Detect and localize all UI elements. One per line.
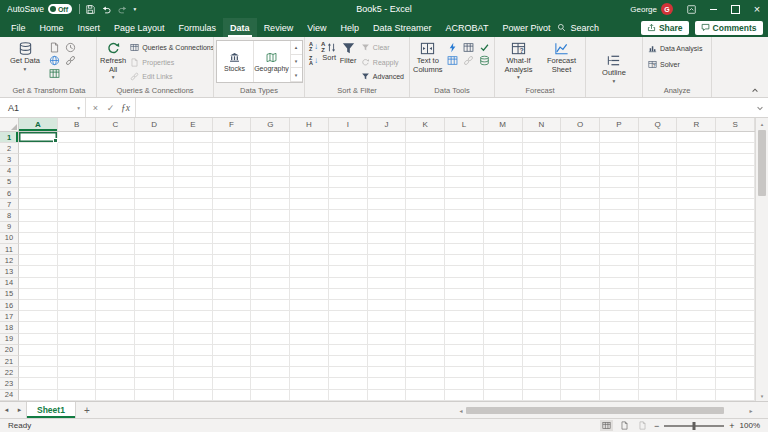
cell-D22[interactable]	[135, 367, 174, 378]
row-header-13[interactable]: 13	[0, 266, 19, 277]
cell-H16[interactable]	[290, 300, 329, 311]
cell-Q11[interactable]	[639, 244, 678, 255]
cell-J4[interactable]	[368, 166, 407, 177]
cell-Q6[interactable]	[639, 188, 678, 199]
cell-R14[interactable]	[677, 278, 716, 289]
cell-J19[interactable]	[368, 334, 407, 345]
row-header-5[interactable]: 5	[0, 177, 19, 188]
cell-E1[interactable]	[174, 132, 213, 143]
cell-K16[interactable]	[406, 300, 445, 311]
cell-S20[interactable]	[716, 345, 755, 356]
cell-C22[interactable]	[96, 367, 135, 378]
cell-G24[interactable]	[251, 390, 290, 401]
cell-A20[interactable]	[19, 345, 58, 356]
cell-M3[interactable]	[484, 154, 523, 165]
cell-I1[interactable]	[329, 132, 368, 143]
cell-K9[interactable]	[406, 222, 445, 233]
cell-I9[interactable]	[329, 222, 368, 233]
cell-P24[interactable]	[600, 390, 639, 401]
cell-F24[interactable]	[213, 390, 252, 401]
zoom-out-button[interactable]: −	[654, 421, 659, 431]
row-header-21[interactable]: 21	[0, 356, 19, 367]
get-data-button[interactable]: Get Data ▾	[5, 39, 45, 84]
cell-J24[interactable]	[368, 390, 407, 401]
cell-D1[interactable]	[135, 132, 174, 143]
cell-R19[interactable]	[677, 334, 716, 345]
cell-M10[interactable]	[484, 233, 523, 244]
column-header-C[interactable]: C	[96, 118, 135, 131]
cell-P2[interactable]	[600, 143, 639, 154]
cell-F5[interactable]	[213, 177, 252, 188]
cell-H12[interactable]	[290, 255, 329, 266]
cell-N8[interactable]	[523, 210, 562, 221]
cell-S22[interactable]	[716, 367, 755, 378]
cell-Q7[interactable]	[639, 199, 678, 210]
cell-G22[interactable]	[251, 367, 290, 378]
cell-C11[interactable]	[96, 244, 135, 255]
cell-R5[interactable]	[677, 177, 716, 188]
cell-O1[interactable]	[561, 132, 600, 143]
cell-K21[interactable]	[406, 356, 445, 367]
cell-J10[interactable]	[368, 233, 407, 244]
tab-insert[interactable]: Insert	[71, 18, 108, 37]
cell-S21[interactable]	[716, 356, 755, 367]
scroll-up-arrow[interactable]: ▴	[756, 118, 768, 129]
gallery-scroll-down-button[interactable]: ▾	[291, 55, 302, 69]
cell-A22[interactable]	[19, 367, 58, 378]
cell-P13[interactable]	[600, 266, 639, 277]
cell-H22[interactable]	[290, 367, 329, 378]
cell-I6[interactable]	[329, 188, 368, 199]
cell-B17[interactable]	[58, 311, 97, 322]
cell-F23[interactable]	[213, 378, 252, 389]
cell-J11[interactable]	[368, 244, 407, 255]
cell-F4[interactable]	[213, 166, 252, 177]
cell-R8[interactable]	[677, 210, 716, 221]
cell-A15[interactable]	[19, 289, 58, 300]
cell-P18[interactable]	[600, 322, 639, 333]
cell-J17[interactable]	[368, 311, 407, 322]
name-box[interactable]: A1 ▾	[0, 98, 86, 117]
zoom-slider-thumb[interactable]	[693, 422, 696, 430]
cell-O16[interactable]	[561, 300, 600, 311]
cell-G20[interactable]	[251, 345, 290, 356]
cell-O20[interactable]	[561, 345, 600, 356]
sheet-nav-next-button[interactable]: ▸	[13, 402, 26, 418]
cell-C5[interactable]	[96, 177, 135, 188]
cell-C12[interactable]	[96, 255, 135, 266]
cell-S23[interactable]	[716, 378, 755, 389]
cell-R6[interactable]	[677, 188, 716, 199]
cell-I21[interactable]	[329, 356, 368, 367]
cell-D12[interactable]	[135, 255, 174, 266]
cell-H20[interactable]	[290, 345, 329, 356]
zoom-percentage[interactable]: 100%	[740, 421, 760, 430]
cell-S4[interactable]	[716, 166, 755, 177]
cell-B9[interactable]	[58, 222, 97, 233]
cell-R18[interactable]	[677, 322, 716, 333]
cell-S24[interactable]	[716, 390, 755, 401]
cell-J2[interactable]	[368, 143, 407, 154]
cell-G11[interactable]	[251, 244, 290, 255]
cell-H15[interactable]	[290, 289, 329, 300]
cell-K13[interactable]	[406, 266, 445, 277]
cell-N6[interactable]	[523, 188, 562, 199]
cell-Q17[interactable]	[639, 311, 678, 322]
vertical-scroll-thumb[interactable]	[758, 130, 766, 196]
tab-home[interactable]: Home	[33, 18, 71, 37]
tab-formulas[interactable]: Formulas	[172, 18, 224, 37]
cell-S5[interactable]	[716, 177, 755, 188]
cell-R15[interactable]	[677, 289, 716, 300]
cell-N14[interactable]	[523, 278, 562, 289]
tab-page-layout[interactable]: Page Layout	[107, 18, 172, 37]
cell-J15[interactable]	[368, 289, 407, 300]
cell-L21[interactable]	[445, 356, 484, 367]
row-header-23[interactable]: 23	[0, 378, 19, 389]
cell-P10[interactable]	[600, 233, 639, 244]
cell-H3[interactable]	[290, 154, 329, 165]
row-header-6[interactable]: 6	[0, 188, 19, 199]
redo-button[interactable]	[115, 2, 130, 17]
cell-A24[interactable]	[19, 390, 58, 401]
cell-P7[interactable]	[600, 199, 639, 210]
cell-K20[interactable]	[406, 345, 445, 356]
cell-H18[interactable]	[290, 322, 329, 333]
cell-G1[interactable]	[251, 132, 290, 143]
